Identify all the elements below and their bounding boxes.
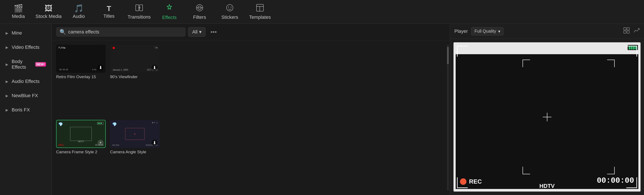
effect-thumb-viewfinder: C■ January 1, 2000 OCT 00 02 ⬇ — [110, 45, 160, 73]
rec-text: REC — [469, 178, 482, 185]
nav-label-stock-media: Stock Media — [36, 14, 62, 19]
frame-left — [454, 54, 456, 189]
sidebar-label-body-effects: Body Effects — [12, 59, 32, 70]
camera-frame — [70, 127, 92, 141]
bottom-info: INS 800 00000000000 — [112, 144, 158, 146]
effect-card-camera-frame-2[interactable]: 💎 ■ ✕ ◻ + INS 800 00000000000 ⬇ — [110, 120, 160, 191]
nav-item-stock-media[interactable]: 🖼 Stock Media — [34, 2, 62, 22]
time-badge-2: 0:41 — [91, 68, 98, 71]
player-panel: Player Full Quality ▾ — [450, 24, 644, 195]
effect-label-camera-frame-1: Camera Frame Style 2 — [56, 150, 106, 154]
nav-item-audio[interactable]: 🎵 Audio — [65, 2, 93, 22]
svg-point-5 — [226, 5, 233, 11]
red-dot — [112, 47, 115, 49]
download-icon[interactable]: ⬇ — [98, 65, 104, 71]
effect-thumb-retro-film: PLAY▶ 00:39:35 0:41 ⬇ — [56, 45, 106, 73]
search-input[interactable] — [68, 29, 182, 35]
filters-icon — [196, 4, 204, 13]
frame-right — [638, 54, 640, 189]
effect-label-retro-film: Retro Film Overlay 15 — [56, 75, 106, 79]
sidebar-item-newblue-fx[interactable]: ▶ NewBlue FX — [1, 89, 50, 102]
nav-label-effects: Effects — [162, 15, 177, 20]
effects-icon — [165, 4, 174, 13]
player-label: Player — [454, 29, 468, 34]
chevron-down-icon: ▾ — [199, 29, 202, 35]
time-display: 00:00:00 — [597, 176, 634, 185]
sidebar-label-audio-effects: Audio Effects — [12, 79, 40, 84]
nav-label-stickers: Stickers — [221, 15, 238, 20]
effect-card-camera-frame-1[interactable]: 💎 HDTV ●REC 00:02:45 + Camera Frame Styl… — [56, 120, 106, 191]
bracket-inner-br — [607, 167, 615, 174]
main-area: ▶ Mine ▶ Video Effects ▶ Body Effects NE… — [0, 24, 644, 195]
more-button[interactable]: ••• — [208, 27, 219, 37]
battery-indicator — [97, 122, 104, 125]
svg-point-6 — [228, 7, 229, 8]
scrollbar[interactable] — [446, 40, 450, 195]
chart-button[interactable] — [633, 27, 640, 35]
nav-label-templates: Templates — [249, 15, 271, 20]
crosshair-icon: + — [134, 132, 136, 136]
scroll-track — [447, 45, 449, 191]
gem-icon-2: 💎 — [112, 122, 117, 127]
effect-card-viewfinder[interactable]: C■ January 1, 2000 OCT 00 02 ⬇ 90's View… — [110, 45, 160, 116]
filter-label: All — [192, 29, 198, 35]
scroll-thumb[interactable] — [447, 47, 449, 64]
nav-label-audio: Audio — [73, 14, 85, 19]
svg-rect-11 — [624, 28, 626, 30]
sidebar-item-mine[interactable]: ▶ Mine — [1, 26, 50, 40]
quality-select[interactable]: Full Quality ▾ — [471, 27, 504, 35]
bracket-inner-bl — [522, 167, 530, 174]
filter-button[interactable]: All ▾ — [188, 27, 206, 37]
player-icons — [623, 27, 640, 35]
svg-rect-12 — [627, 28, 629, 30]
download-icon[interactable]: ⬇ — [152, 65, 158, 71]
chevron-icon: ▶ — [6, 94, 8, 98]
stock-media-icon: 🖼 — [45, 5, 52, 12]
nav-item-media[interactable]: 🎬 Media — [4, 2, 32, 22]
search-icon: 🔍 — [60, 29, 66, 35]
nav-item-stickers[interactable]: Stickers — [216, 2, 244, 22]
viewfinder: REC 00:00:00 HDTV — [454, 42, 640, 191]
svg-rect-13 — [624, 31, 626, 33]
inner-frame: + — [125, 128, 144, 140]
nav-item-transitions[interactable]: Transitions — [125, 2, 153, 22]
info-text: ■ ✕ ◻ — [152, 122, 158, 124]
sidebar-item-video-effects[interactable]: ▶ Video Effects — [1, 41, 50, 54]
content-area: 🔍 All ▾ ••• PLAY▶ 00:39:35 0:41 ⬇ — [52, 24, 450, 195]
nav-item-titles[interactable]: T Titles — [95, 2, 123, 22]
player-header: Player Full Quality ▾ — [450, 24, 644, 39]
stickers-icon — [226, 4, 234, 13]
transitions-icon — [135, 4, 143, 13]
grid-view-button[interactable] — [623, 27, 630, 35]
svg-point-7 — [231, 7, 232, 8]
add-button[interactable]: + — [98, 140, 104, 146]
bracket-inner-tl — [522, 60, 530, 67]
hdtv-label: HDTV — [78, 140, 84, 143]
sidebar-item-body-effects[interactable]: ▶ Body Effects NEW! — [1, 55, 50, 74]
chevron-icon: ▶ — [6, 79, 8, 84]
bracket-inner-tr — [607, 60, 615, 67]
chevron-icon: ▶ — [6, 45, 8, 50]
templates-icon — [256, 4, 264, 13]
download-icon[interactable]: ⬇ — [152, 140, 158, 146]
sidebar-label-mine: Mine — [12, 30, 22, 36]
nav-item-templates[interactable]: Templates — [246, 2, 274, 22]
audio-icon: 🎵 — [74, 5, 84, 12]
effect-thumb-camera-frame-1: 💎 HDTV ●REC 00:02:45 + — [56, 120, 106, 148]
nav-item-filters[interactable]: Filters — [186, 2, 214, 22]
nav-item-effects[interactable]: Effects — [155, 2, 184, 22]
sidebar-item-boris-fx[interactable]: ▶ Boris FX — [1, 103, 50, 117]
effects-grid: PLAY▶ 00:39:35 0:41 ⬇ Retro Film Overlay… — [52, 40, 446, 195]
sidebar-item-audio-effects[interactable]: ▶ Audio Effects — [1, 75, 50, 88]
chevron-icon: ▶ — [6, 31, 8, 35]
nav-label-filters: Filters — [193, 15, 206, 20]
sidebar-label-video-effects: Video Effects — [12, 45, 40, 50]
time-badge-1: 00:39:35 — [58, 68, 69, 71]
top-nav: 🎬 Media 🖼 Stock Media 🎵 Audio T Titles T… — [0, 0, 644, 24]
svg-rect-14 — [627, 31, 629, 33]
sidebar-label-newblue-fx: NewBlue FX — [12, 93, 38, 98]
svg-rect-0 — [136, 5, 139, 11]
sidebar-label-boris-fx: Boris FX — [12, 107, 30, 113]
effect-card-retro-film[interactable]: PLAY▶ 00:39:35 0:41 ⬇ Retro Film Overlay… — [56, 45, 106, 116]
search-input-wrap[interactable]: 🔍 — [56, 27, 186, 37]
